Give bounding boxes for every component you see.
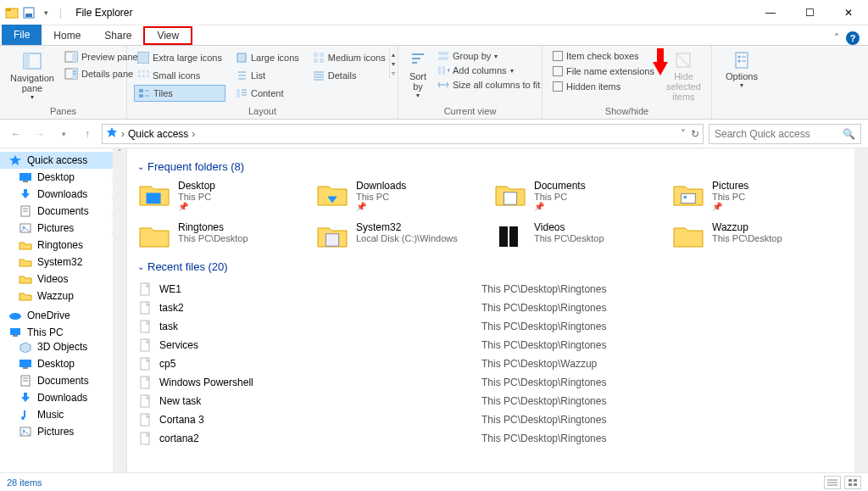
help-icon[interactable]: ? [846,31,860,45]
frequent-folder-system32[interactable]: System32 Local Disk (C:)\Windows [315,221,488,252]
medium-icons-button[interactable]: Medium icons [309,49,389,66]
frequent-folder-videos[interactable]: Videos This PC\Desktop [493,221,666,252]
navigation-pane-button[interactable]: Navigation pane ▾ [7,49,58,103]
svg-rect-50 [736,53,748,68]
sidebar-pc-item-3d objects[interactable]: 3D Objects [0,338,126,355]
details-view-icon[interactable] [824,476,841,489]
minimize-button[interactable]: — [751,0,790,25]
recent-file-row[interactable]: Cortana 3 This PC\Desktop\Ringtones [137,410,844,429]
recent-file-row[interactable]: WE1 This PC\Desktop\Ringtones [137,280,844,299]
details-button[interactable]: Details [309,67,389,84]
sidebar-onedrive[interactable]: OneDrive [0,310,126,321]
extra-large-icons-button[interactable]: Extra large icons [134,49,225,66]
sidebar-item-system32[interactable]: System32 [0,254,126,271]
view-tab[interactable]: View [143,26,192,45]
recent-file-name: WE1 [159,283,481,295]
status-item-count: 28 items [7,477,42,488]
sidebar-item-desktop[interactable]: Desktop📌 [0,169,126,186]
maximize-button[interactable]: ☐ [790,0,829,25]
checkbox-icon [553,51,563,61]
pin-icon: 📌 [356,202,406,211]
sidebar-item-videos[interactable]: Videos [0,271,126,287]
recent-file-row[interactable]: New task This PC\Desktop\Ringtones [137,392,844,410]
folder-sub: This PC [534,192,586,202]
list-button[interactable]: List [232,67,303,84]
svg-rect-17 [320,59,324,63]
sidebar-item-documents[interactable]: Documents📌 [0,203,126,220]
options-button[interactable]: Options ▾ [719,49,765,91]
frequent-folder-downloads[interactable]: Downloads This PC 📌 [315,180,488,211]
qat-save-icon[interactable] [22,6,36,20]
sidebar-item-wazzup[interactable]: Wazzup [0,287,126,304]
large-icons-button[interactable]: Large icons [232,49,303,66]
sidebar-this-pc[interactable]: This PC [0,326,126,338]
sidebar-pc-item-documents[interactable]: Documents [0,372,126,389]
sidebar-item-ringtones[interactable]: Ringtones [0,237,126,254]
svg-rect-1 [6,8,11,11]
sidebar-item-pictures[interactable]: Pictures📌 [0,220,126,237]
ribbon: Navigation pane ▾ Preview pane Details p… [0,46,868,120]
sidebar-item-downloads[interactable]: Downloads📌 [0,186,126,203]
sidebar-quick-access[interactable]: Quick access [0,152,126,169]
address-dropdown-icon[interactable]: ˅ [681,128,686,140]
recent-file-row[interactable]: Windows Powershell This PC\Desktop\Ringt… [137,373,844,392]
recent-file-row[interactable]: cp5 This PC\Desktop\Wazzup [137,354,844,373]
ribbon-collapse-icon[interactable]: ˄ [834,32,839,44]
frequent-folder-documents[interactable]: Documents This PC 📌 [493,180,666,211]
sidebar-pc-item-downloads[interactable]: Downloads [0,389,126,406]
folder-sub: This PC [178,192,215,202]
hidden-items-toggle[interactable]: Hidden items [549,80,658,93]
address-crumb-sep2[interactable]: › [192,128,195,140]
content-scrollbar[interactable] [854,148,868,472]
address-crumb-sep[interactable]: › [121,128,125,140]
svg-rect-13 [237,53,246,62]
file-icon [137,282,153,297]
layout-gallery-expand-icon[interactable]: ▿ [392,70,395,77]
back-button[interactable]: ← [7,125,25,143]
content-button[interactable]: Content [232,85,303,102]
sidebar-pc-item-music[interactable]: Music [0,406,126,423]
frequent-folder-desktop[interactable]: Desktop This PC 📌 [137,180,310,211]
large-icons-view-icon[interactable] [844,476,861,489]
content-panel: ⌄ Frequent folders (8) Desktop This PC 📌… [127,148,868,472]
address-crumb-quick-access[interactable]: Quick access [128,128,188,140]
item-check-boxes-toggle[interactable]: Item check boxes [549,49,658,63]
folder-icon [493,221,527,252]
layout-scroll-up-icon[interactable]: ▴ [392,51,395,59]
address-bar[interactable]: › Quick access › ˅ ↻ [102,124,704,144]
file-tab[interactable]: File [2,25,42,45]
sidebar-scrollbar[interactable]: ˄ [113,148,126,472]
recent-files-header[interactable]: ⌄ Recent files (20) [137,260,844,273]
file-icon [137,338,153,353]
tiles-button[interactable]: Tiles [134,85,225,102]
frequent-folder-wazzup[interactable]: Wazzup This PC\Desktop [671,221,844,252]
home-tab[interactable]: Home [42,26,92,45]
small-icons-button[interactable]: Small icons [134,67,225,84]
folder-sub: This PC [712,192,748,202]
share-tab[interactable]: Share [92,26,143,45]
recent-locations-button[interactable]: ▾ [54,125,73,143]
group-by-button[interactable]: Group by▾ [434,49,543,63]
frequent-folder-ringtones[interactable]: Ringtones This PC\Desktop [137,221,310,252]
sidebar-pc-item-pictures[interactable]: Pictures [0,423,126,440]
frequent-folders-header[interactable]: ⌄ Frequent folders (8) [137,160,844,173]
up-button[interactable]: ↑ [78,125,97,143]
recent-file-row[interactable]: cortana2 This PC\Desktop\Ringtones [137,429,844,448]
hide-selected-items-button[interactable]: Hide selected items [663,49,704,103]
recent-file-row[interactable]: Services This PC\Desktop\Ringtones [137,336,844,354]
frequent-folder-pictures[interactable]: Pictures This PC 📌 [671,180,844,211]
search-box[interactable]: Search Quick access 🔍 [709,124,861,144]
layout-scroll-down-icon[interactable]: ▾ [392,60,395,68]
sidebar-pc-item-desktop[interactable]: Desktop [0,355,126,372]
add-columns-button[interactable]: +Add columns▾ [434,64,543,77]
sort-by-button[interactable]: Sort by ▾ [405,49,431,101]
file-name-extensions-toggle[interactable]: File name extensions [549,64,658,78]
refresh-icon[interactable]: ↻ [691,128,699,140]
pin-icon: 📌 [534,202,586,211]
size-all-columns-button[interactable]: Size all columns to fit [434,78,543,92]
recent-file-row[interactable]: task This PC\Desktop\Ringtones [137,317,844,336]
recent-file-row[interactable]: task2 This PC\Desktop\Ringtones [137,299,844,317]
qat-dropdown-icon[interactable]: ▾ [39,6,53,20]
forward-button[interactable]: → [31,125,49,143]
close-button[interactable]: ✕ [829,0,868,25]
